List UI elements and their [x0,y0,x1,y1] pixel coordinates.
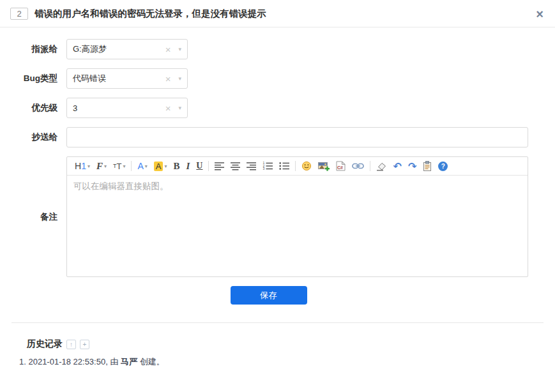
field-row-bug-type: Bug类型 代码错误 × ▾ [0,68,537,89]
svg-text:3: 3 [263,167,265,170]
history-entry: 1. 2021-01-18 22:53:50, 由 马严 创建。 [19,356,555,368]
cc-input[interactable] [66,127,528,147]
chevron-down-icon: ▾ [164,163,167,169]
editor-content[interactable]: 可以在编辑器直接贴图。 [67,176,528,276]
page-title: 错误的用户名和错误的密码无法登录，但是没有错误提示 [34,8,266,20]
help-icon: ? [438,162,448,171]
highlight-color-button[interactable]: A▾ [151,159,170,173]
insert-link-icon [352,163,364,169]
history-entry-prefix: 1. 2021-01-18 22:53:50, 由 [19,357,121,366]
clear-icon[interactable]: × [163,74,174,84]
clear-icon[interactable]: × [163,103,174,113]
italic-button[interactable]: I [184,159,193,173]
underline-button[interactable]: U [194,159,205,173]
history-header: 历史记录 ↑ + [27,338,555,350]
align-left-icon [215,162,224,170]
toolbar-separator [370,161,370,171]
collapse-icon[interactable]: ↑ [66,340,76,349]
toolbar-separator [208,161,209,171]
assignee-value: G:高源梦 [73,43,163,55]
emoticon-icon [301,161,312,171]
comment-label: 备注 [0,211,66,223]
heading-button[interactable]: H1▾ [72,159,93,173]
dialog-header: 2 错误的用户名和错误的密码无法登录，但是没有错误提示 × [0,0,555,27]
align-center-icon [231,162,240,170]
redo-button[interactable]: ↷ [406,159,419,173]
save-button[interactable]: 保存 [231,286,307,305]
chevron-down-icon: ▾ [123,163,125,169]
chevron-down-icon: ▾ [145,163,148,169]
bug-id-badge: 2 [10,8,28,20]
toolbar-separator [295,161,296,171]
field-row-comment: 备注 H1▾ F▾ TT▾ A▾ A▾ B [0,156,537,277]
align-center-button[interactable] [228,159,243,173]
insert-image-button[interactable] [316,159,332,173]
insert-code-icon: C# [336,161,346,171]
form-actions: 保存 [0,286,537,305]
bold-button[interactable]: B [171,159,182,173]
bug-type-label: Bug类型 [0,68,66,89]
insert-link-button[interactable] [349,159,367,173]
heading-level: 1 [81,161,86,171]
svg-text:C#: C# [337,165,343,170]
bug-type-value: 代码错误 [73,73,163,84]
chevron-down-icon[interactable]: ▾ [178,46,181,52]
assignee-select[interactable]: G:高源梦 × ▾ [66,39,188,59]
font-size-button[interactable]: TT▾ [110,159,128,173]
chevron-down-icon[interactable]: ▾ [178,105,181,111]
field-row-assignee: 指派给 G:高源梦 × ▾ [0,39,537,59]
text-color-label: A [137,161,143,171]
field-row-cc: 抄送给 [0,127,537,147]
emoticon-button[interactable] [299,159,314,173]
align-left-button[interactable] [212,159,227,173]
insert-code-button[interactable]: C# [333,159,348,173]
editor-toolbar: H1▾ F▾ TT▾ A▾ A▾ B I U [67,157,528,176]
font-family-button[interactable]: F▾ [94,159,109,173]
unordered-list-button[interactable] [277,159,292,173]
paste-button[interactable] [420,159,434,173]
eraser-icon [376,162,386,171]
close-icon[interactable]: × [535,8,545,20]
rich-text-editor: H1▾ F▾ TT▾ A▾ A▾ B I U [66,156,528,277]
cc-label: 抄送给 [0,127,66,147]
priority-label: 优先级 [0,98,66,118]
bug-edit-form: 指派给 G:高源梦 × ▾ Bug类型 代码错误 × ▾ 优先级 3 × ▾ 抄… [0,27,555,305]
highlight-label: A [154,162,163,171]
assignee-label: 指派给 [0,39,66,59]
clear-icon[interactable]: × [163,45,174,54]
heading-label: H [75,161,81,171]
add-comment-icon[interactable]: + [80,340,89,349]
align-right-button[interactable] [244,159,259,173]
field-row-priority: 优先级 3 × ▾ [0,98,537,118]
clipboard-icon [423,161,432,171]
history-section: 历史记录 ↑ + 1. 2021-01-18 22:53:50, 由 马严 创建… [0,323,555,368]
history-title: 历史记录 [27,338,63,350]
ordered-list-icon: 123 [262,162,273,170]
font-size-big-label: T [116,162,121,171]
insert-image-icon [318,162,330,171]
help-button[interactable]: ? [436,159,450,173]
priority-value: 3 [73,103,163,113]
history-entry-suffix: 创建。 [137,357,165,366]
undo-button[interactable]: ↶ [390,159,404,173]
editor-placeholder: 可以在编辑器直接贴图。 [73,181,521,192]
history-entry-user: 马严 [121,357,137,366]
unordered-list-icon [279,162,289,170]
align-right-icon [247,162,256,170]
priority-select[interactable]: 3 × ▾ [66,98,188,118]
chevron-down-icon: ▾ [104,163,107,169]
ordered-list-button[interactable]: 123 [260,159,275,173]
remove-format-button[interactable] [374,159,389,173]
chevron-down-icon: ▾ [87,163,90,169]
font-family-label: F [96,161,103,172]
bug-type-select[interactable]: 代码错误 × ▾ [66,68,188,89]
chevron-down-icon[interactable]: ▾ [178,75,181,82]
text-color-button[interactable]: A▾ [135,159,149,173]
toolbar-separator [131,161,132,171]
